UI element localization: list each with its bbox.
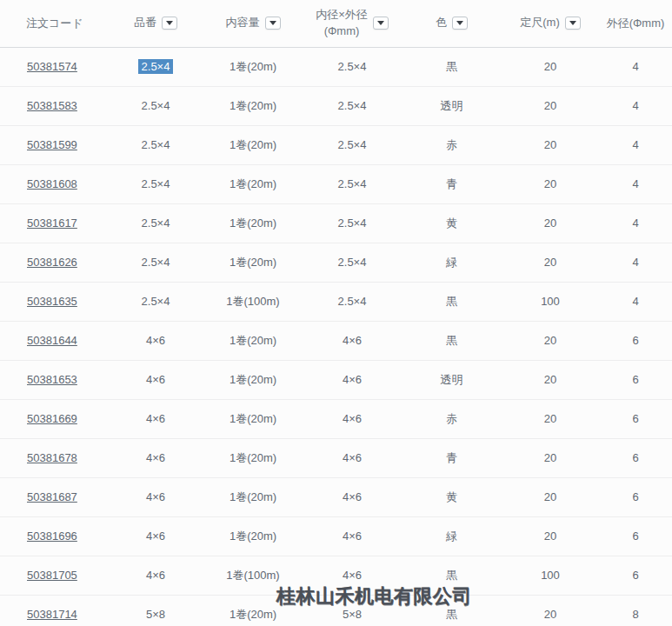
- cell-outer-diameter: 4: [599, 243, 672, 282]
- cell-capacity: 1巻(20m): [203, 125, 303, 164]
- table-header: 注文コード 品番 内容量 内径×外径 (Φmm): [0, 0, 672, 47]
- order-code-link[interactable]: 50381669: [27, 412, 77, 425]
- order-code-link[interactable]: 50381687: [27, 490, 77, 503]
- cell-outer-diameter: 6: [599, 556, 672, 595]
- cell-color: 緑: [402, 516, 502, 556]
- cell-standard-length: 20: [502, 86, 599, 125]
- cell-outer-diameter: 4: [599, 282, 672, 321]
- cell-standard-length: 20: [502, 164, 599, 203]
- cell-inner-outer-diameter: 4×6: [303, 556, 402, 595]
- cell-part-number: 2.5×4: [108, 164, 203, 203]
- order-code-link[interactable]: 50381678: [27, 451, 77, 464]
- cell-capacity: 1巻(20m): [203, 516, 303, 556]
- cell-standard-length: 20: [502, 243, 599, 282]
- cell-part-number: 2.5×4: [108, 282, 203, 321]
- cell-inner-outer-diameter: 4×6: [303, 360, 402, 399]
- cell-part-number: 4×6: [108, 556, 203, 595]
- cell-order-code: 50381574: [0, 47, 108, 86]
- table-row: 503816352.5×41巻(100m)2.5×4黒1004: [0, 282, 672, 321]
- order-code-link[interactable]: 50381635: [27, 295, 77, 308]
- order-code-link[interactable]: 50381574: [27, 60, 77, 73]
- order-code-link[interactable]: 50381653: [27, 373, 77, 386]
- dropdown-arrow-icon: [269, 21, 276, 25]
- cell-standard-length: 20: [502, 595, 599, 626]
- cell-order-code: 50381583: [0, 86, 108, 125]
- cell-color: 黒: [402, 321, 502, 360]
- order-code-link[interactable]: 50381608: [27, 177, 77, 190]
- table-row: 503817054×61巻(100m)4×6黒1006: [0, 556, 672, 595]
- cell-inner-outer-diameter: 4×6: [303, 399, 402, 438]
- filter-dropdown-button[interactable]: [265, 17, 281, 30]
- cell-capacity: 1巻(20m): [203, 360, 303, 399]
- cell-outer-diameter: 6: [599, 360, 672, 399]
- column-header-color: 色: [402, 0, 502, 47]
- table-row: 503816444×61巻(20m)4×6黒206: [0, 321, 672, 360]
- order-code-link[interactable]: 50381599: [27, 138, 77, 151]
- cell-inner-outer-diameter: 4×6: [303, 477, 402, 516]
- filter-dropdown-button[interactable]: [373, 17, 389, 30]
- cell-outer-diameter: 6: [599, 438, 672, 477]
- column-header-label: 色: [436, 15, 447, 31]
- order-code-link[interactable]: 50381626: [27, 256, 77, 269]
- cell-order-code: 50381599: [0, 125, 108, 164]
- cell-order-code: 50381644: [0, 321, 108, 360]
- selected-text: 2.5×4: [138, 59, 174, 74]
- cell-outer-diameter: 4: [599, 203, 672, 243]
- cell-capacity: 1巻(100m): [203, 556, 303, 595]
- table-row: 503816262.5×41巻(20m)2.5×4緑204: [0, 243, 672, 282]
- cell-inner-outer-diameter: 2.5×4: [303, 125, 402, 164]
- cell-order-code: 50381608: [0, 164, 108, 203]
- cell-outer-diameter: 4: [599, 86, 672, 125]
- cell-capacity: 1巻(20m): [203, 47, 303, 86]
- cell-color: 黒: [402, 47, 502, 86]
- table-row: 503816964×61巻(20m)4×6緑206: [0, 516, 672, 556]
- cell-order-code: 50381617: [0, 203, 108, 243]
- cell-capacity: 1巻(20m): [203, 595, 303, 626]
- cell-part-number: 4×6: [108, 477, 203, 516]
- cell-inner-outer-diameter: 4×6: [303, 321, 402, 360]
- cell-color: 緑: [402, 243, 502, 282]
- order-code-link[interactable]: 50381714: [27, 608, 77, 621]
- column-header-order-code: 注文コード: [0, 0, 108, 47]
- cell-color: 黒: [402, 595, 502, 626]
- cell-color: 透明: [402, 86, 502, 125]
- order-code-link[interactable]: 50381705: [27, 569, 77, 582]
- cell-standard-length: 20: [502, 321, 599, 360]
- order-code-link[interactable]: 50381644: [27, 334, 77, 347]
- filter-dropdown-button[interactable]: [452, 17, 468, 30]
- column-header-outer-diameter: 外径(Φmm): [599, 0, 672, 47]
- cell-outer-diameter: 4: [599, 47, 672, 86]
- cell-part-number: 5×8: [108, 595, 203, 626]
- cell-part-number: 4×6: [108, 399, 203, 438]
- cell-standard-length: 100: [502, 556, 599, 595]
- order-code-link[interactable]: 50381583: [27, 99, 77, 112]
- product-table: 注文コード 品番 内容量 内径×外径 (Φmm): [0, 0, 672, 626]
- cell-inner-outer-diameter: 2.5×4: [303, 47, 402, 86]
- order-code-link[interactable]: 50381617: [27, 216, 77, 230]
- filter-dropdown-button[interactable]: [565, 17, 581, 30]
- column-header-label: 品番: [134, 15, 156, 31]
- column-header-label: 外径(Φmm): [607, 17, 665, 30]
- column-header-label: 定尺(m): [520, 15, 560, 31]
- column-header-label-line2: (Φmm): [324, 24, 360, 37]
- order-code-link[interactable]: 50381696: [27, 529, 77, 543]
- cell-inner-outer-diameter: 2.5×4: [303, 243, 402, 282]
- cell-inner-outer-diameter: 2.5×4: [303, 203, 402, 243]
- cell-order-code: 50381705: [0, 556, 108, 595]
- cell-color: 黒: [402, 282, 502, 321]
- cell-order-code: 50381635: [0, 282, 108, 321]
- cell-part-number: 4×6: [108, 516, 203, 556]
- cell-part-number: 2.5×4: [108, 243, 203, 282]
- filter-dropdown-button[interactable]: [162, 17, 177, 30]
- table-row: 503816784×61巻(20m)4×6青206: [0, 438, 672, 477]
- cell-standard-length: 20: [502, 125, 599, 164]
- column-header-label: 内径×外径: [316, 8, 368, 21]
- cell-color: 透明: [402, 360, 502, 399]
- cell-color: 赤: [402, 125, 502, 164]
- column-header-inner-outer-diameter: 内径×外径 (Φmm): [303, 0, 402, 47]
- cell-part-number: 4×6: [108, 438, 203, 477]
- table-row: 503815992.5×41巻(20m)2.5×4赤204: [0, 125, 672, 164]
- dropdown-arrow-icon: [456, 21, 463, 25]
- cell-inner-outer-diameter: 4×6: [303, 438, 402, 477]
- header-row: 注文コード 品番 内容量 内径×外径 (Φmm): [0, 0, 672, 47]
